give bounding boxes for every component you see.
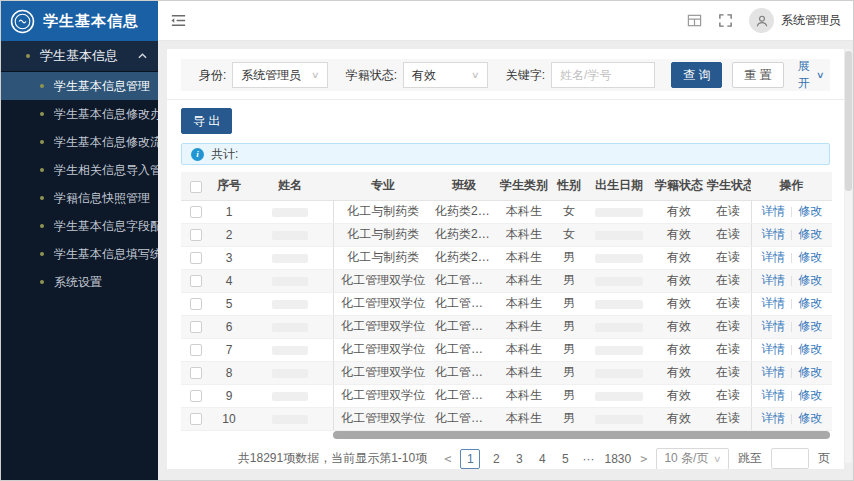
page-number[interactable]: 1830: [604, 452, 631, 466]
detail-link[interactable]: 详情: [761, 411, 785, 425]
cell-major: 化工管理双学位: [333, 315, 433, 338]
cell-reg-status: 有效: [653, 384, 705, 407]
edit-link[interactable]: 修改: [798, 227, 822, 241]
column-header[interactable]: 序号: [211, 172, 247, 200]
search-button[interactable]: 查 询: [671, 62, 722, 88]
column-header[interactable]: 出生日期: [585, 172, 653, 200]
cell-name: [247, 338, 333, 361]
export-button[interactable]: 导 出: [181, 108, 232, 134]
bullet-dot-icon: [26, 54, 30, 58]
table-row: 5 化工管理双学位 化工管（双... 本科生 男 有效 在读 详情修改: [181, 292, 832, 315]
cell-gender: 男: [553, 269, 585, 292]
page-size-select[interactable]: 10 条/页 ∨: [656, 448, 729, 470]
column-header[interactable]: 专业: [333, 172, 433, 200]
cell-birth: [585, 384, 653, 407]
divider: [791, 207, 792, 217]
column-header[interactable]: 班级: [433, 172, 495, 200]
row-checkbox[interactable]: [190, 367, 202, 379]
row-checkbox[interactable]: [190, 298, 202, 310]
row-checkbox[interactable]: [190, 229, 202, 241]
row-checkbox[interactable]: [190, 206, 202, 218]
table-row: 6 化工管理双学位 化工管（双... 本科生 男 有效 在读 详情修改: [181, 315, 832, 338]
cell-name: [247, 292, 333, 315]
horizontal-scrollbar-thumb[interactable]: [333, 431, 830, 439]
detail-link[interactable]: 详情: [761, 342, 785, 356]
cell-category: 本科生: [495, 269, 553, 292]
vertical-scrollbar-thumb[interactable]: [845, 51, 852, 191]
edit-link[interactable]: 修改: [798, 296, 822, 310]
prev-page-button[interactable]: <: [444, 452, 451, 466]
detail-link[interactable]: 详情: [761, 365, 785, 379]
row-checkbox[interactable]: [190, 321, 202, 333]
detail-link[interactable]: 详情: [761, 227, 785, 241]
detail-link[interactable]: 详情: [761, 273, 785, 287]
sidebar-item[interactable]: 学籍信息快照管理: [1, 184, 158, 212]
fullscreen-icon[interactable]: [718, 13, 734, 29]
sidebar-item[interactable]: 学生基本信息修改办理: [1, 100, 158, 128]
page-number[interactable]: 5: [558, 452, 572, 466]
divider: [791, 368, 792, 378]
status-select[interactable]: 有效 ∨: [403, 62, 488, 88]
expand-link[interactable]: 展开 ∨: [798, 58, 824, 92]
identity-select[interactable]: 系统管理员 ∨: [232, 62, 327, 88]
sidebar-item[interactable]: 学生基本信息修改流程管理: [1, 128, 158, 156]
column-header[interactable]: 学生状态: [705, 172, 751, 200]
menu-fold-icon[interactable]: [170, 12, 187, 29]
sidebar-item[interactable]: 学生基本信息管理: [1, 72, 158, 100]
redacted-birthdate: [595, 277, 643, 286]
table-header-row: 序号姓名专业班级学生类别性别出生日期学籍状态学生状态操作: [181, 172, 832, 200]
edit-link[interactable]: 修改: [798, 342, 822, 356]
page-number[interactable]: 2: [489, 452, 503, 466]
row-checkbox[interactable]: [190, 413, 202, 425]
edit-link[interactable]: 修改: [798, 204, 822, 218]
sidebar-item[interactable]: 学生相关信息导入管理: [1, 156, 158, 184]
redacted-name: [272, 254, 308, 263]
detail-link[interactable]: 详情: [761, 319, 785, 333]
app-window: 学生基本信息 学生基本信息 学生基本信息管理 学生基本信息修改办理 学生基本信息…: [0, 0, 854, 481]
filter-bar: 身份: 系统管理员 ∨ 学籍状态: 有效 ∨ 关键字: 查 询 重 置 展开 ∨: [181, 59, 830, 91]
page-number[interactable]: ···: [581, 452, 595, 466]
jump-page-input[interactable]: [771, 448, 809, 469]
row-checkbox[interactable]: [190, 390, 202, 402]
column-header[interactable]: 姓名: [247, 172, 333, 200]
edit-link[interactable]: 修改: [798, 319, 822, 333]
select-all-checkbox[interactable]: [190, 181, 202, 193]
sidebar-group-student-info[interactable]: 学生基本信息: [1, 41, 158, 72]
edit-link[interactable]: 修改: [798, 250, 822, 264]
edit-link[interactable]: 修改: [798, 411, 822, 425]
sidebar-item[interactable]: 学生基本信息字段配置: [1, 212, 158, 240]
column-header[interactable]: 性别: [553, 172, 585, 200]
cell-name: [247, 315, 333, 338]
current-user-name[interactable]: 系统管理员: [781, 12, 841, 29]
app-title: 学生基本信息: [43, 12, 139, 31]
edit-link[interactable]: 修改: [798, 273, 822, 287]
keyword-input[interactable]: [551, 62, 655, 88]
user-avatar[interactable]: [749, 8, 774, 33]
row-checkbox[interactable]: [190, 252, 202, 264]
sidebar-item[interactable]: 学生基本信息填写统计: [1, 240, 158, 268]
column-header[interactable]: 操作: [751, 172, 832, 200]
row-checkbox[interactable]: [190, 275, 202, 287]
column-header[interactable]: 学籍状态: [653, 172, 705, 200]
detail-link[interactable]: 详情: [761, 204, 785, 218]
row-checkbox[interactable]: [190, 344, 202, 356]
edit-link[interactable]: 修改: [798, 365, 822, 379]
page-number[interactable]: 1: [460, 449, 480, 469]
detail-link[interactable]: 详情: [761, 296, 785, 310]
page-number[interactable]: 3: [512, 452, 526, 466]
next-page-button[interactable]: >: [640, 452, 647, 466]
detail-link[interactable]: 详情: [761, 250, 785, 264]
page-number[interactable]: 4: [535, 452, 549, 466]
detail-link[interactable]: 详情: [761, 388, 785, 402]
cell-no: 5: [211, 292, 247, 315]
redacted-birthdate: [595, 231, 643, 240]
layout-grid-icon[interactable]: [687, 13, 703, 29]
cell-birth: [585, 315, 653, 338]
sidebar-item-label: 系统设置: [54, 274, 102, 291]
cell-no: 6: [211, 315, 247, 338]
column-header[interactable]: 学生类别: [495, 172, 553, 200]
row-select-cell: [181, 407, 211, 430]
sidebar-item[interactable]: 系统设置: [1, 268, 158, 296]
edit-link[interactable]: 修改: [798, 388, 822, 402]
reset-button[interactable]: 重 置: [732, 62, 783, 88]
